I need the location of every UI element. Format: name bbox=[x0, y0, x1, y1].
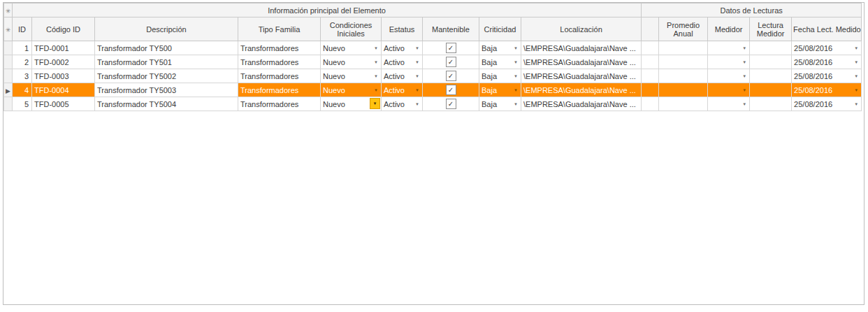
col-header-criticidad[interactable]: Criticidad bbox=[479, 17, 521, 41]
cell-localizacion[interactable]: \EMPRESA\Guadalajara\Nave ... bbox=[521, 69, 642, 83]
cell-medidor[interactable]: ▼ bbox=[708, 97, 750, 111]
cell-fecha[interactable]: 25/08/2016▼ bbox=[792, 69, 862, 83]
col-header-fecha[interactable]: Fecha Lect. Medidor bbox=[792, 17, 862, 41]
cell-mantenible[interactable]: ✓ bbox=[423, 69, 479, 83]
cell-lectura[interactable] bbox=[750, 69, 792, 83]
dropdown-arrow-icon[interactable]: ▼ bbox=[742, 87, 746, 93]
col-header-descripcion[interactable]: Descripción bbox=[95, 17, 238, 41]
cell-id[interactable]: 4 bbox=[13, 83, 32, 97]
dropdown-arrow-icon[interactable]: ▼ bbox=[514, 87, 518, 93]
cell-estatus[interactable]: Activo▼ bbox=[382, 69, 423, 83]
dropdown-arrow-icon[interactable]: ▼ bbox=[415, 87, 419, 93]
cell-condiciones-highlighted[interactable]: Nuevo▼ bbox=[321, 97, 382, 111]
cell-codigo[interactable]: TFD-0005 bbox=[32, 97, 95, 111]
cell-codigo[interactable]: TFD-0001 bbox=[32, 41, 95, 55]
mantenible-checkbox[interactable]: ✓ bbox=[446, 85, 456, 95]
dropdown-arrow-icon[interactable]: ▼ bbox=[854, 59, 858, 65]
mantenible-checkbox[interactable]: ✓ bbox=[446, 71, 456, 81]
row-header[interactable] bbox=[4, 41, 13, 55]
cell-lectura[interactable] bbox=[750, 97, 792, 111]
cell-codigo[interactable]: TFD-0003 bbox=[32, 69, 95, 83]
cell-criticidad[interactable]: Baja▼ bbox=[479, 41, 521, 55]
cell-medidor[interactable]: ▼ bbox=[708, 69, 750, 83]
cell-spacer[interactable] bbox=[642, 55, 659, 69]
cell-codigo[interactable]: TFD-0002 bbox=[32, 55, 95, 69]
cell-estatus[interactable]: Activo▼ bbox=[382, 55, 423, 69]
cell-descripcion[interactable]: Transformador TY500 bbox=[95, 41, 238, 55]
dropdown-arrow-icon[interactable]: ▼ bbox=[514, 73, 518, 79]
cell-promedio[interactable] bbox=[659, 55, 708, 69]
col-header-id[interactable]: ID bbox=[13, 17, 32, 41]
cell-descripcion-current[interactable]: Transformador TY5003 bbox=[95, 83, 238, 97]
cell-criticidad[interactable]: Baja▼ bbox=[479, 97, 521, 111]
cell-criticidad[interactable]: Baja▼ bbox=[479, 55, 521, 69]
cell-estatus[interactable]: Activo▼ bbox=[382, 97, 423, 111]
cell-tipo-familia[interactable]: Transformadores bbox=[238, 83, 321, 97]
cell-lectura[interactable] bbox=[750, 83, 792, 97]
cell-spacer[interactable] bbox=[642, 83, 659, 97]
cell-medidor[interactable]: ▼ bbox=[708, 83, 750, 97]
dropdown-arrow-icon[interactable]: ▼ bbox=[415, 73, 419, 79]
dropdown-arrow-icon[interactable]: ▼ bbox=[742, 45, 746, 51]
cell-promedio[interactable] bbox=[659, 97, 708, 111]
cell-tipo-familia[interactable]: Transformadores bbox=[238, 97, 321, 111]
grid-corner-header[interactable]: ✳ bbox=[4, 17, 13, 41]
mantenible-checkbox[interactable]: ✓ bbox=[446, 99, 456, 109]
dropdown-arrow-icon[interactable]: ▼ bbox=[514, 101, 518, 107]
col-header-estatus[interactable]: Estatus bbox=[382, 17, 423, 41]
cell-condiciones[interactable]: Nuevo▼ bbox=[321, 41, 382, 55]
dropdown-arrow-icon[interactable]: ▼ bbox=[415, 45, 419, 51]
cell-spacer[interactable] bbox=[642, 69, 659, 83]
cell-descripcion[interactable]: Transformador TY5004 bbox=[95, 97, 238, 111]
dropdown-arrow-icon[interactable]: ▼ bbox=[415, 101, 419, 107]
dropdown-arrow-icon[interactable]: ▼ bbox=[374, 73, 378, 79]
cell-id[interactable]: 5 bbox=[13, 97, 32, 111]
cell-mantenible[interactable]: ✓ bbox=[423, 41, 479, 55]
dropdown-arrow-icon[interactable]: ▼ bbox=[854, 101, 858, 107]
dropdown-arrow-icon[interactable]: ▼ bbox=[415, 59, 419, 65]
dropdown-arrow-icon[interactable]: ▼ bbox=[374, 87, 378, 93]
row-header-current[interactable]: ▶ bbox=[4, 83, 13, 97]
cell-descripcion[interactable]: Transformador TY5002 bbox=[95, 69, 238, 83]
dropdown-arrow-icon[interactable]: ▼ bbox=[742, 59, 746, 65]
dropdown-arrow-icon[interactable]: ▼ bbox=[514, 59, 518, 65]
cell-tipo-familia[interactable]: Transformadores bbox=[238, 55, 321, 69]
cell-estatus[interactable]: Activo▼ bbox=[382, 83, 423, 97]
dropdown-button-highlighted[interactable]: ▼ bbox=[370, 98, 380, 109]
cell-tipo-familia[interactable]: Transformadores bbox=[238, 69, 321, 83]
mantenible-checkbox[interactable]: ✓ bbox=[446, 57, 456, 67]
cell-tipo-familia[interactable]: Transformadores bbox=[238, 41, 321, 55]
cell-codigo[interactable]: TFD-0004 bbox=[32, 83, 95, 97]
col-header-condiciones[interactable]: Condiciones Iniciales bbox=[321, 17, 382, 41]
dropdown-arrow-icon[interactable]: ▼ bbox=[854, 73, 858, 79]
cell-descripcion[interactable]: Transformador TY501 bbox=[95, 55, 238, 69]
cell-spacer[interactable] bbox=[642, 41, 659, 55]
cell-id[interactable]: 1 bbox=[13, 41, 32, 55]
col-header-promedio[interactable]: Promedio Anual bbox=[659, 17, 708, 41]
cell-mantenible[interactable]: ✓ bbox=[423, 97, 479, 111]
dropdown-arrow-icon[interactable]: ▼ bbox=[742, 73, 746, 79]
cell-localizacion[interactable]: \EMPRESA\Guadalajara\Nave ... bbox=[521, 41, 642, 55]
cell-localizacion[interactable]: \EMPRESA\Guadalajara\Nave ... bbox=[521, 55, 642, 69]
dropdown-arrow-icon[interactable]: ▼ bbox=[742, 101, 746, 107]
dropdown-arrow-icon[interactable]: ▼ bbox=[854, 87, 858, 93]
cell-id[interactable]: 3 bbox=[13, 69, 32, 83]
col-header-lectura[interactable]: Lectura Medidor bbox=[750, 17, 792, 41]
cell-estatus[interactable]: Activo▼ bbox=[382, 41, 423, 55]
cell-fecha[interactable]: 25/08/2016▼ bbox=[792, 41, 862, 55]
cell-criticidad[interactable]: Baja▼ bbox=[479, 69, 521, 83]
cell-mantenible[interactable]: ✓ bbox=[423, 83, 479, 97]
row-header[interactable] bbox=[4, 97, 13, 111]
cell-condiciones[interactable]: Nuevo▼ bbox=[321, 69, 382, 83]
col-header-codigo[interactable]: Código ID bbox=[32, 17, 95, 41]
cell-lectura[interactable] bbox=[750, 41, 792, 55]
cell-spacer[interactable] bbox=[642, 97, 659, 111]
cell-medidor[interactable]: ▼ bbox=[708, 41, 750, 55]
cell-localizacion[interactable]: \EMPRESA\Guadalajara\Nave ... bbox=[521, 83, 642, 97]
col-header-localizacion[interactable]: Localización bbox=[521, 17, 642, 41]
cell-fecha[interactable]: 25/08/2016▼ bbox=[792, 97, 862, 111]
cell-medidor[interactable]: ▼ bbox=[708, 55, 750, 69]
grid-corner-top[interactable]: ✳ bbox=[4, 3, 13, 17]
cell-condiciones[interactable]: Nuevo▼ bbox=[321, 83, 382, 97]
dropdown-arrow-icon[interactable]: ▼ bbox=[374, 45, 378, 51]
